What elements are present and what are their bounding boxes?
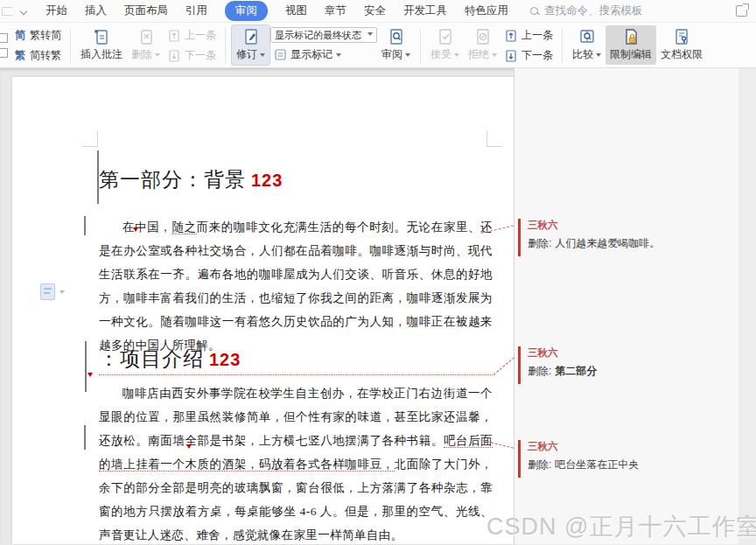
previous-change-label: 上一条 (522, 28, 553, 43)
group-separator (70, 28, 71, 63)
page-arrow-down-icon (168, 49, 181, 62)
command-search[interactable]: 查找命令、搜索模板 (529, 3, 643, 18)
display-for-review-select[interactable]: 显示标记的最终状态 (270, 27, 377, 43)
review-pane-label: 审阅 (382, 47, 402, 62)
comment-content: 人们越来越爱喝咖啡。 (555, 237, 660, 249)
group-separator (562, 28, 563, 63)
previous-comment-label: 上一条 (185, 28, 216, 43)
menu-tab-view[interactable]: 视图 (285, 1, 307, 21)
dropdown-caret-icon (454, 53, 459, 59)
group-separator (225, 28, 226, 63)
comment-content: 吧台坐落在正中央 (555, 458, 639, 471)
share-icon[interactable] (736, 5, 747, 17)
markup-group: 显示标记的最终状态 显示标记 (270, 27, 377, 63)
menu-tab-home[interactable]: 开始 (46, 1, 67, 21)
margin-corner-mark (82, 131, 98, 147)
next-change-label: 下一条 (522, 48, 553, 63)
restrict-editing-label: 限制编辑 (610, 47, 652, 62)
simplified-glyph-icon: 简 (14, 28, 26, 43)
page-key-icon (673, 28, 690, 45)
comments-panel: 三秋六 删除:人们越来越爱喝咖啡。 三秋六 删除:第二部分 三秋六 删除:吧台坐… (514, 68, 756, 544)
to-traditional-label: 简转繁 (30, 48, 61, 63)
insert-comment-button[interactable]: 插入批注 (76, 25, 127, 65)
page-arrow-up-icon (505, 29, 518, 42)
to-simplified-label: 繁转简 (30, 28, 61, 43)
menu-tab-references[interactable]: 引用 (186, 1, 207, 21)
document-permissions-button[interactable]: 文档权限 (656, 25, 707, 65)
csdn-watermark: CSDN @正月十六工作室 (486, 511, 756, 542)
review-pane-button[interactable]: 审阅 (377, 25, 415, 65)
change-bar (84, 216, 86, 235)
menu-tab-special-apps[interactable]: 特色应用 (465, 1, 508, 21)
restrict-editing-button[interactable]: 限制编辑 (606, 25, 656, 65)
window-controls-clipped (2, 7, 12, 16)
traditional-glyph-icon: 繁 (14, 48, 26, 63)
page-arrow-down-icon (505, 49, 518, 62)
convert-group: 简 繁转简 繁 简转繁 (10, 27, 65, 64)
next-comment-label: 下一条 (185, 48, 216, 63)
group-separator (420, 28, 421, 63)
traditional-to-simplified-button[interactable]: 简 繁转简 (10, 27, 65, 44)
deleted-heading-markup-line (99, 352, 493, 375)
page-x-icon (137, 28, 155, 45)
dropdown-caret-icon (368, 32, 373, 38)
menu-tab-section[interactable]: 章节 (325, 1, 346, 21)
revision-comment[interactable]: 三秋六 删除:吧台坐落在正中央 (518, 440, 737, 478)
page-slash-icon (474, 28, 492, 45)
menu-tab-insert[interactable]: 插入 (85, 1, 107, 21)
heading-part1[interactable]: 第一部分：背景123 (99, 166, 283, 193)
page-magnifier-icon (388, 28, 405, 45)
comment-action: 删除: (528, 458, 551, 471)
review-ribbon: 简 繁转简 繁 简转繁 插入批注 删除 (0, 23, 756, 68)
menu-tab-devtools[interactable]: 开发工具 (403, 1, 447, 21)
menu-tab-page-layout[interactable]: 页面布局 (124, 1, 168, 21)
change-bar (84, 425, 86, 450)
reject-label: 拒绝 (468, 47, 489, 62)
dropdown-caret-icon (405, 53, 410, 59)
previous-comment-button[interactable]: 上一条 (164, 27, 220, 44)
show-markup-button[interactable]: 显示标记 (270, 46, 377, 63)
display-state-value: 显示标记的最终状态 (275, 29, 361, 42)
previous-change-button[interactable]: 上一条 (501, 27, 556, 44)
change-bar (85, 341, 87, 392)
chevron-down-icon[interactable] (21, 8, 28, 15)
menu-tab-review[interactable]: 审阅 (225, 1, 268, 21)
change-nav-group: 上一条 下一条 (501, 27, 556, 64)
dropdown-caret-icon (155, 53, 160, 59)
document-workspace: 第一部分：背景123 在中国，随之而来的咖啡文化充满生活的每个时刻。无论在家里、… (0, 68, 756, 544)
next-change-button[interactable]: 下一条 (501, 47, 556, 64)
reject-change-button[interactable]: 拒绝 (464, 25, 501, 65)
page-lock-icon (622, 28, 640, 45)
paragraph-2[interactable]: 咖啡店由西安外事学院在校学生自主创办，在学校正门右边街道一个显眼的位置，那里虽然… (99, 381, 493, 545)
clipped-toolbar-icons (0, 33, 9, 58)
dropdown-caret-icon (336, 53, 341, 59)
revision-comment[interactable]: 三秋六 删除:人们越来越爱喝咖啡。 (518, 219, 737, 256)
para2-text: 咖啡店由西安外事学院在校学生自主创办，在学校正门右边街道一个显眼的位置，那里虽然… (99, 387, 493, 447)
delete-comment-button[interactable]: 删除 (127, 25, 164, 65)
track-changes-button[interactable]: 修订 (231, 24, 270, 66)
page-check-icon (437, 28, 454, 45)
document-page[interactable]: 第一部分：背景123 在中国，随之而来的咖啡文化充满生活的每个时刻。无论在家里、… (12, 77, 514, 544)
simplified-to-traditional-button[interactable]: 繁 简转繁 (10, 47, 65, 64)
search-icon (529, 6, 540, 17)
search-placeholder: 查找命令、搜索模板 (544, 3, 643, 18)
dropdown-caret-icon (492, 53, 497, 59)
compare-label: 比较 (572, 47, 593, 62)
revision-comment[interactable]: 三秋六 删除:第二部分 (518, 346, 737, 384)
margin-flag-icon[interactable] (40, 283, 55, 300)
comment-action: 删除: (528, 237, 551, 249)
list-icon (274, 48, 287, 61)
paragraph-1[interactable]: 在中国，随之而来的咖啡文化充满生活的每个时刻。无论在家里、还是在办公室或各种社交… (99, 215, 493, 357)
margin-flag-caret-icon[interactable] (60, 290, 65, 297)
dropdown-caret-icon (260, 53, 265, 59)
document-permissions-label: 文档权限 (661, 47, 703, 62)
comments-scrollbar[interactable] (738, 68, 756, 544)
accept-label: 接受 (430, 47, 452, 62)
margin-corner-mark (486, 131, 502, 147)
next-comment-button[interactable]: 下一条 (164, 47, 220, 64)
menu-tab-security[interactable]: 安全 (364, 1, 386, 21)
dropdown-caret-icon (596, 53, 601, 59)
accept-change-button[interactable]: 接受 (426, 25, 464, 65)
compare-button[interactable]: 比较 (568, 25, 606, 65)
wps-writer-window: 开始 插入 页面布局 引用 审阅 视图 章节 安全 开发工具 特色应用 查找命令… (0, 0, 756, 545)
